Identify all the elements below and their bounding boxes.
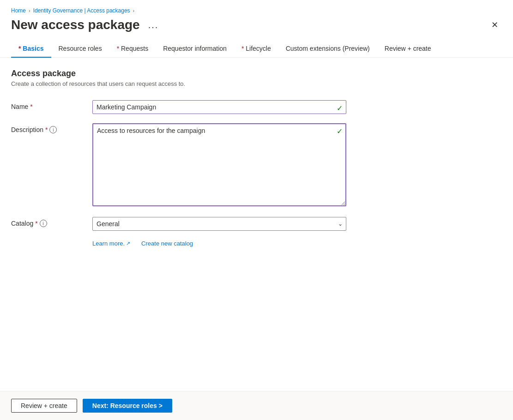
catalog-row: Catalog * i General Custom Catalog 1 Cus… bbox=[11, 217, 502, 231]
tabs-bar: Basics Resource roles Requests Requestor… bbox=[0, 40, 513, 58]
links-row: Learn more. ↗ Create new catalog bbox=[92, 240, 502, 247]
catalog-info-icon[interactable]: i bbox=[40, 220, 47, 227]
close-button[interactable]: ✕ bbox=[488, 18, 502, 32]
learn-more-link[interactable]: Learn more. ↗ bbox=[92, 240, 130, 247]
name-control: ✓ bbox=[92, 100, 346, 114]
tab-resource-roles[interactable]: Resource roles bbox=[51, 40, 109, 58]
review-create-button[interactable]: Review + create bbox=[11, 399, 77, 413]
name-label: Name * bbox=[11, 100, 85, 110]
description-label: Description * i bbox=[11, 123, 85, 133]
page-title-row: New access package ... ✕ bbox=[11, 18, 502, 32]
tab-requestor-information[interactable]: Requestor information bbox=[156, 40, 234, 58]
breadcrumb-home[interactable]: Home bbox=[11, 7, 26, 14]
page-title: New access package bbox=[11, 18, 140, 32]
section-subtitle: Create a collection of resources that us… bbox=[11, 80, 502, 87]
breadcrumb: Home › Identity Governance | Access pack… bbox=[11, 7, 502, 14]
modal-header: Home › Identity Governance | Access pack… bbox=[0, 0, 513, 40]
catalog-required-star: * bbox=[35, 220, 37, 227]
tab-requests[interactable]: Requests bbox=[109, 40, 156, 58]
next-button[interactable]: Next: Resource roles > bbox=[83, 399, 172, 413]
tab-custom-extensions[interactable]: Custom extensions (Preview) bbox=[278, 40, 377, 58]
modal-body: Access package Create a collection of re… bbox=[0, 58, 513, 391]
modal-footer: Review + create Next: Resource roles > bbox=[0, 391, 513, 420]
name-required-star: * bbox=[30, 103, 32, 110]
catalog-select[interactable]: General Custom Catalog 1 Custom Catalog … bbox=[92, 217, 346, 231]
catalog-label: Catalog * i bbox=[11, 217, 85, 227]
breadcrumb-sep2: › bbox=[133, 8, 135, 13]
create-catalog-link[interactable]: Create new catalog bbox=[141, 240, 193, 247]
description-check-icon: ✓ bbox=[337, 127, 343, 136]
name-row: Name * ✓ bbox=[11, 100, 502, 114]
external-link-icon: ↗ bbox=[126, 240, 130, 246]
description-control: Access to resources for the campaign ✓ bbox=[92, 123, 346, 208]
catalog-select-wrapper: General Custom Catalog 1 Custom Catalog … bbox=[92, 217, 346, 231]
name-input[interactable] bbox=[92, 100, 346, 114]
page-title-left: New access package ... bbox=[11, 18, 161, 32]
description-textarea[interactable]: Access to resources for the campaign bbox=[92, 123, 346, 206]
tab-review-create[interactable]: Review + create bbox=[377, 40, 439, 58]
breadcrumb-sep1: › bbox=[29, 8, 30, 13]
description-row: Description * i Access to resources for … bbox=[11, 123, 502, 208]
name-check-icon: ✓ bbox=[337, 104, 343, 113]
description-required-star: * bbox=[45, 126, 48, 133]
tab-basics[interactable]: Basics bbox=[11, 40, 51, 58]
section-title: Access package bbox=[11, 69, 502, 78]
tab-lifecycle[interactable]: Lifecycle bbox=[234, 40, 278, 58]
modal-container: Home › Identity Governance | Access pack… bbox=[0, 0, 513, 420]
description-info-icon[interactable]: i bbox=[49, 126, 57, 133]
ellipsis-button[interactable]: ... bbox=[145, 19, 162, 31]
breadcrumb-section[interactable]: Identity Governance | Access packages bbox=[33, 7, 130, 14]
